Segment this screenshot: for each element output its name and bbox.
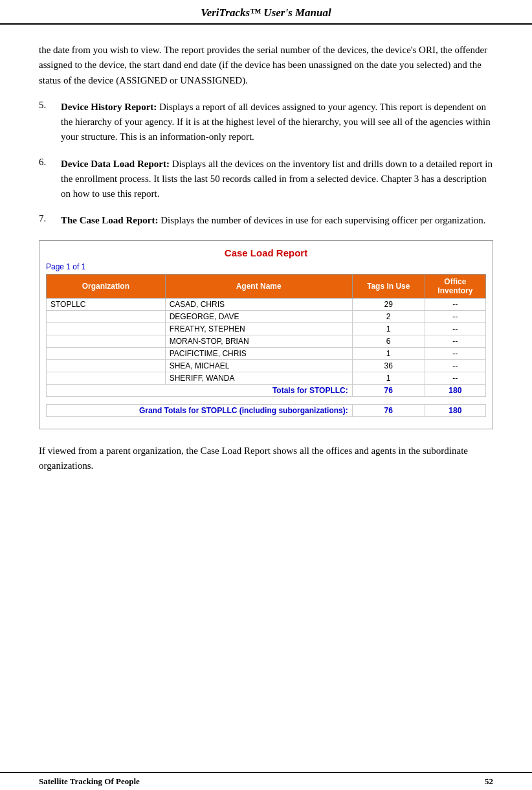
col-agent-name: Agent Name xyxy=(165,274,352,298)
table-row: FREATHY, STEPHEN1-- xyxy=(47,322,486,335)
report-table: Organization Agent Name Tags In Use Offi… xyxy=(46,274,486,417)
table-row: SHEA, MICHAEL36-- xyxy=(47,359,486,372)
intro-paragraph: the date from you wish to view. The repo… xyxy=(39,43,493,88)
table-row: MORAN-STOP, BRIAN6-- xyxy=(47,335,486,347)
main-content: the date from you wish to view. The repo… xyxy=(0,25,532,498)
cell-office: -- xyxy=(425,359,485,372)
footer-right: 52 xyxy=(485,776,493,787)
totals-tags: 76 xyxy=(352,384,425,396)
header-title: VeriTracks™ User's Manual xyxy=(201,6,331,19)
cell-tags: 1 xyxy=(352,347,425,359)
page-header: VeriTracks™ User's Manual xyxy=(0,0,532,25)
list-body-6: Device Data Load Report: Displays all th… xyxy=(61,157,493,202)
list-body-7: The Case Load Report: Displays the numbe… xyxy=(61,213,493,228)
list-bold-7: The Case Load Report: xyxy=(61,215,158,225)
list-num-6: 6. xyxy=(39,157,61,202)
cell-tags: 29 xyxy=(352,298,425,310)
cell-office: -- xyxy=(425,298,485,310)
cell-org xyxy=(47,335,166,347)
cell-tags: 1 xyxy=(352,372,425,384)
cell-office: -- xyxy=(425,372,485,384)
list-num-5: 5. xyxy=(39,100,61,145)
cell-office: -- xyxy=(425,335,485,347)
cell-agent: SHERIFF, WANDA xyxy=(165,372,352,384)
list-body-5: Device History Report: Displays a report… xyxy=(61,100,493,145)
list-num-7: 7. xyxy=(39,213,61,228)
cell-tags: 1 xyxy=(352,322,425,335)
cell-agent: SHEA, MICHAEL xyxy=(165,359,352,372)
page-footer: Satellite Tracking Of People 52 xyxy=(0,772,532,790)
cell-org xyxy=(47,372,166,384)
cell-agent: DEGEORGE, DAVE xyxy=(165,310,352,322)
cell-org xyxy=(47,310,166,322)
footer-left: Satellite Tracking Of People xyxy=(39,776,140,787)
cell-agent: MORAN-STOP, BRIAN xyxy=(165,335,352,347)
table-header-row: Organization Agent Name Tags In Use Offi… xyxy=(47,274,486,298)
cell-tags: 36 xyxy=(352,359,425,372)
list-item-6: 6. Device Data Load Report: Displays all… xyxy=(39,157,493,202)
list-item-5: 5. Device History Report: Displays a rep… xyxy=(39,100,493,145)
totals-row: Totals for STOPLLC: 76 180 xyxy=(47,384,486,396)
footer-paragraph: If viewed from a parent organization, th… xyxy=(39,444,493,474)
col-office-inventory: OfficeInventory xyxy=(425,274,485,298)
cell-org: STOPLLC xyxy=(47,298,166,310)
cell-office: -- xyxy=(425,322,485,335)
col-organization: Organization xyxy=(47,274,166,298)
list-bold-6: Device Data Load Report: xyxy=(61,159,170,169)
cell-tags: 6 xyxy=(352,335,425,347)
cell-agent: FREATHY, STEPHEN xyxy=(165,322,352,335)
table-row: SHERIFF, WANDA1-- xyxy=(47,372,486,384)
grand-total-office: 180 xyxy=(425,404,485,416)
totals-label: Totals for STOPLLC: xyxy=(47,384,353,396)
cell-office: -- xyxy=(425,310,485,322)
col-tags-in-use: Tags In Use xyxy=(352,274,425,298)
grand-total-tags: 76 xyxy=(352,404,425,416)
cell-agent: PACIFICTIME, CHRIS xyxy=(165,347,352,359)
list-text-7: Displays the number of devices in use fo… xyxy=(158,215,485,225)
grand-total-label: Grand Totals for STOPLLC (including subo… xyxy=(47,404,353,416)
table-row: STOPLLCCASAD, CHRIS29-- xyxy=(47,298,486,310)
report-box: Case Load Report Page 1 of 1 Organizatio… xyxy=(39,240,493,429)
totals-office: 180 xyxy=(425,384,485,396)
cell-org xyxy=(47,359,166,372)
table-row: DEGEORGE, DAVE2-- xyxy=(47,310,486,322)
cell-tags: 2 xyxy=(352,310,425,322)
table-row: PACIFICTIME, CHRIS1-- xyxy=(47,347,486,359)
cell-office: -- xyxy=(425,347,485,359)
list-bold-5: Device History Report: xyxy=(61,102,157,112)
cell-agent: CASAD, CHRIS xyxy=(165,298,352,310)
list-item-7: 7. The Case Load Report: Displays the nu… xyxy=(39,213,493,228)
grand-total-row: Grand Totals for STOPLLC (including subo… xyxy=(47,404,486,416)
page-indicator: Page 1 of 1 xyxy=(46,262,486,271)
report-title: Case Load Report xyxy=(46,247,486,258)
cell-org xyxy=(47,347,166,359)
spacer-row xyxy=(47,396,486,404)
cell-org xyxy=(47,322,166,335)
